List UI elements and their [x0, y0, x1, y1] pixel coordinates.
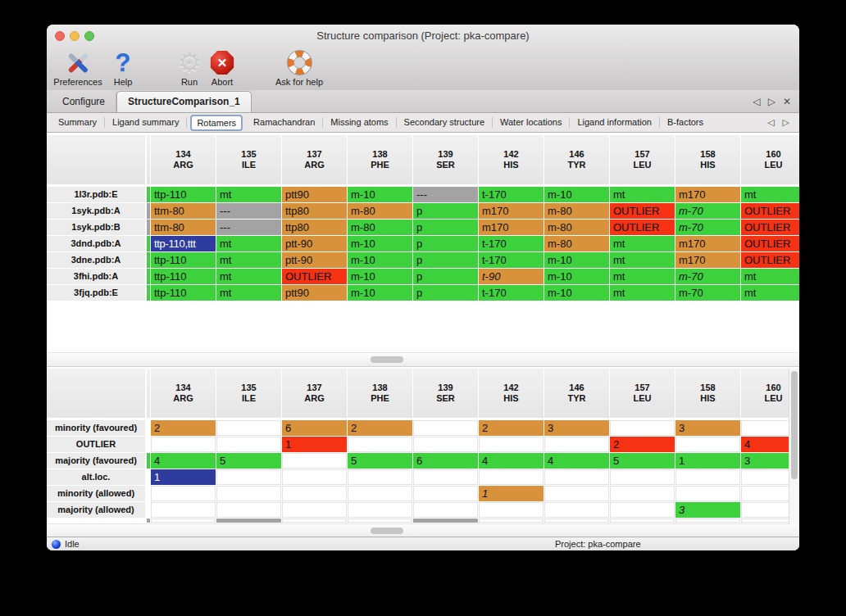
tab-ligand-summary[interactable]: Ligand summary — [105, 117, 187, 128]
count-cell[interactable] — [282, 502, 347, 518]
rotamer-cell[interactable]: OUTLIER — [741, 252, 799, 268]
close-window-button[interactable] — [55, 31, 65, 41]
rotamer-cell[interactable]: m-10 — [348, 252, 412, 268]
count-cell[interactable]: 1 — [151, 469, 216, 485]
rotamer-row-label[interactable]: 3dne.pdb:A — [47, 252, 145, 268]
rotamer-cell[interactable]: mt — [610, 269, 675, 284]
count-cell[interactable] — [479, 469, 544, 485]
rotamer-cell[interactable]: t-90 — [479, 269, 544, 284]
rotamer-cell[interactable]: --- — [216, 220, 281, 235]
count-cell[interactable]: 1 — [479, 486, 544, 501]
rotamer-cell[interactable]: m170 — [479, 220, 544, 235]
count-cell[interactable] — [544, 437, 609, 452]
rotamer-cell[interactable]: m-70 — [675, 220, 740, 235]
count-cell[interactable]: 3 — [675, 420, 740, 436]
count-cell[interactable]: 4 — [544, 453, 609, 469]
rotamer-cell[interactable]: m-80 — [544, 236, 609, 251]
minimize-window-button[interactable] — [70, 31, 80, 41]
rotamer-cell[interactable]: ttp80 — [282, 203, 347, 219]
tab-ligand-information[interactable]: Ligand information — [570, 117, 660, 128]
rotamer-cell[interactable]: p — [413, 236, 478, 251]
rotamer-cell[interactable]: OUTLIER — [610, 203, 675, 219]
count-cell[interactable]: 3 — [544, 420, 609, 436]
rotamer-cell[interactable]: mt — [216, 285, 281, 301]
tab-summary[interactable]: Summary — [51, 117, 105, 128]
rotamer-cell[interactable]: ttp-110,ttt — [151, 236, 216, 251]
count-cell[interactable]: 2 — [610, 437, 675, 452]
tab-rotamers[interactable]: Rotamers — [190, 115, 243, 131]
rotamer-cell[interactable]: m-70 — [675, 285, 740, 301]
count-cell[interactable]: 5 — [610, 453, 675, 469]
splitter-handle[interactable] — [371, 528, 403, 534]
rotamer-cell[interactable]: m-10 — [348, 285, 412, 301]
rotamer-cell[interactable]: mt — [610, 187, 675, 202]
count-cell[interactable] — [413, 486, 478, 501]
tab-ramachandran[interactable]: Ramachandran — [246, 117, 323, 128]
rotamer-cell[interactable]: p — [413, 203, 478, 219]
count-row-label[interactable]: minority (allowed) — [47, 486, 145, 501]
count-cell[interactable]: 1 — [675, 453, 740, 469]
rotamer-cell[interactable]: m-10 — [348, 269, 412, 284]
rotamer-cell[interactable]: ptt90 — [282, 285, 347, 301]
count-cell[interactable]: 6 — [413, 453, 478, 469]
count-cell[interactable] — [675, 437, 740, 452]
count-cell[interactable]: 5 — [216, 453, 281, 469]
rotamer-cell[interactable]: p — [413, 285, 478, 301]
rotamer-row-label[interactable]: 1l3r.pdb:E — [47, 187, 145, 202]
count-cell[interactable] — [151, 502, 216, 518]
count-cell[interactable] — [413, 502, 478, 518]
count-cell[interactable] — [216, 437, 281, 452]
rotamer-row-label[interactable]: 1syk.pdb:B — [47, 220, 145, 235]
rotamer-cell[interactable]: m-10 — [348, 187, 412, 202]
count-row-label[interactable]: minority (favoured) — [47, 420, 145, 436]
count-cell[interactable] — [675, 486, 740, 501]
abort-button[interactable]: ✕ Abort — [211, 48, 234, 87]
count-cell[interactable] — [544, 486, 609, 501]
count-row-label[interactable]: majority (allowed) — [47, 502, 145, 518]
rotamer-cell[interactable]: OUTLIER — [741, 203, 799, 219]
count-cell[interactable] — [675, 469, 740, 485]
count-cell[interactable]: 2 — [479, 420, 544, 436]
rotamer-cell[interactable]: --- — [413, 187, 478, 202]
run-button[interactable]: ⚙ Run — [177, 48, 202, 87]
tab-scroll-right-icon[interactable]: ▷ — [768, 96, 776, 107]
rotamer-cell[interactable]: ttp-110 — [151, 285, 216, 301]
count-cell[interactable] — [741, 486, 789, 501]
rotamer-cell[interactable]: m-10 — [348, 236, 412, 251]
rotamer-cell[interactable]: mt — [216, 269, 281, 284]
count-cell[interactable] — [216, 420, 281, 436]
count-cell[interactable] — [610, 420, 675, 436]
rotamer-cell[interactable]: m-10 — [544, 187, 609, 202]
count-cell[interactable] — [413, 437, 478, 452]
rotamer-cell[interactable]: mt — [741, 269, 799, 284]
rotamer-cell[interactable]: ttp-110 — [151, 269, 216, 284]
count-cell[interactable] — [282, 453, 347, 469]
rotamer-cell[interactable]: p — [413, 252, 478, 268]
rotamer-cell[interactable]: OUTLIER — [741, 236, 799, 251]
count-cell[interactable] — [413, 469, 478, 485]
rotamer-cell[interactable]: ptt-90 — [282, 252, 347, 268]
rotamer-cell[interactable]: m170 — [675, 252, 740, 268]
rotamer-cell[interactable]: m-80 — [348, 203, 412, 219]
help-button[interactable]: ? Help — [114, 48, 133, 87]
rotamer-cell[interactable]: m-10 — [544, 285, 609, 301]
rotamer-cell[interactable]: mt — [610, 285, 675, 301]
count-cell[interactable]: 4 — [151, 453, 216, 469]
count-row-label[interactable]: OUTLIER — [47, 437, 145, 452]
rotamer-cell[interactable]: ttp80 — [282, 220, 347, 235]
zoom-window-button[interactable] — [84, 31, 94, 41]
rotamer-cell[interactable]: ttp-110 — [151, 187, 216, 202]
count-cell[interactable] — [413, 420, 478, 436]
rotamer-cell[interactable]: t-170 — [479, 252, 544, 268]
count-cell[interactable] — [348, 502, 412, 518]
rotamer-cell[interactable]: ttp-110 — [151, 252, 216, 268]
rotamer-cell[interactable]: mt — [741, 285, 799, 301]
tab-secondary-structure[interactable]: Secondary structure — [397, 117, 493, 128]
rotamer-cell[interactable]: m-10 — [544, 269, 609, 284]
count-cell[interactable] — [151, 437, 216, 452]
tab-b-factors[interactable]: B-factors — [660, 117, 711, 128]
rotamer-row-label[interactable]: 3fhi.pdb:A — [47, 269, 145, 284]
count-cell[interactable] — [741, 469, 789, 485]
count-cell[interactable]: 1 — [282, 437, 347, 452]
rotamer-cell[interactable]: t-170 — [479, 285, 544, 301]
